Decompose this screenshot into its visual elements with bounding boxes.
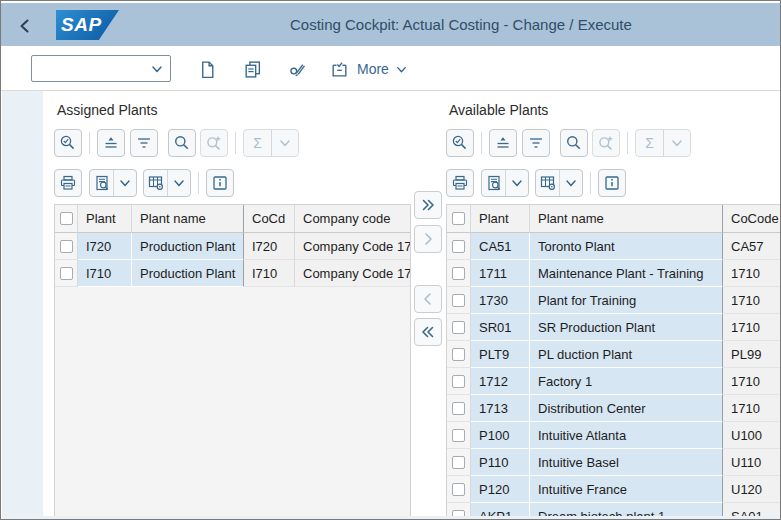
plant-name-cell[interactable]: PL duction Plant <box>530 341 723 368</box>
column-header-plant[interactable]: Plant <box>471 205 530 233</box>
details-button[interactable] <box>54 129 82 157</box>
sum-split-button[interactable]: Σ <box>635 129 691 157</box>
sum-split-button[interactable]: Σ <box>243 129 299 157</box>
find-next-button[interactable] <box>592 129 620 157</box>
select-all-checkbox-cell[interactable] <box>55 205 78 233</box>
add-all-button[interactable] <box>414 318 442 346</box>
plant-cell[interactable]: SR01 <box>471 314 530 341</box>
sort-ascending-button[interactable] <box>489 129 517 157</box>
display-change-button[interactable] <box>281 54 313 84</box>
row-checkbox-cell[interactable] <box>447 287 471 314</box>
row-checkbox[interactable] <box>452 348 465 361</box>
more-button[interactable]: More <box>357 54 408 84</box>
row-checkbox-cell[interactable] <box>447 422 471 449</box>
row-checkbox[interactable] <box>452 321 465 334</box>
column-header-company-code[interactable]: Company code <box>295 205 410 233</box>
find-button[interactable] <box>560 129 588 157</box>
row-checkbox-cell[interactable] <box>55 233 78 260</box>
row-checkbox-cell[interactable] <box>447 476 471 503</box>
cocode-cell[interactable]: U110 <box>723 449 781 476</box>
select-all-checkbox[interactable] <box>60 212 73 225</box>
plant-name-cell[interactable]: Maintenance Plant - Training <box>530 260 723 287</box>
print-button[interactable] <box>54 169 82 197</box>
column-header-plant-name[interactable]: Plant name <box>132 205 244 233</box>
plant-name-cell[interactable]: Intuitive Basel <box>530 449 723 476</box>
export-split-button[interactable] <box>143 169 191 197</box>
plant-cell[interactable]: 1712 <box>471 368 530 395</box>
add-selected-button[interactable] <box>414 225 442 253</box>
check-entries-button[interactable] <box>323 54 355 84</box>
row-checkbox[interactable] <box>452 456 465 469</box>
back-button[interactable] <box>13 14 37 38</box>
command-field[interactable] <box>31 55 171 82</box>
row-checkbox-cell[interactable] <box>447 368 471 395</box>
row-checkbox-cell[interactable] <box>447 395 471 422</box>
copy-button[interactable] <box>236 54 268 84</box>
cocode-cell[interactable]: PL99 <box>723 341 781 368</box>
remove-all-button[interactable] <box>414 191 442 219</box>
row-checkbox-cell[interactable] <box>447 314 471 341</box>
filter-button[interactable] <box>130 129 158 157</box>
plant-name-cell[interactable]: Toronto Plant <box>530 233 723 260</box>
row-checkbox[interactable] <box>452 267 465 280</box>
row-checkbox-cell[interactable] <box>55 260 78 287</box>
cocode-cell[interactable]: CA57 <box>723 233 781 260</box>
plant-cell[interactable]: CA51 <box>471 233 530 260</box>
row-checkbox[interactable] <box>452 375 465 388</box>
plant-name-cell[interactable]: Plant for Training <box>530 287 723 314</box>
row-checkbox[interactable] <box>452 483 465 496</box>
plant-name-cell[interactable]: Production Plant <box>132 233 244 260</box>
plant-name-cell[interactable]: Production Plant <box>132 260 244 287</box>
command-field-input[interactable] <box>34 58 146 79</box>
plant-name-cell[interactable]: SR Production Plant <box>530 314 723 341</box>
column-header-plant-name[interactable]: Plant name <box>530 205 723 233</box>
plant-name-cell[interactable]: Intuitive Atlanta <box>530 422 723 449</box>
plant-cell[interactable]: 1713 <box>471 395 530 422</box>
filter-button[interactable] <box>522 129 550 157</box>
plant-cell[interactable]: I720 <box>78 233 132 260</box>
find-next-button[interactable] <box>200 129 228 157</box>
cocode-cell[interactable]: U100 <box>723 422 781 449</box>
remove-selected-button[interactable] <box>414 285 442 313</box>
cocode-cell[interactable]: U120 <box>723 476 781 503</box>
cocode-cell[interactable]: 1710 <box>723 368 781 395</box>
cocode-cell[interactable]: 1710 <box>723 395 781 422</box>
row-checkbox[interactable] <box>452 402 465 415</box>
export-split-button[interactable] <box>535 169 583 197</box>
find-button[interactable] <box>168 129 196 157</box>
plant-cell[interactable]: PLT9 <box>471 341 530 368</box>
column-header-plant[interactable]: Plant <box>78 205 132 233</box>
row-checkbox[interactable] <box>452 240 465 253</box>
row-checkbox-cell[interactable] <box>447 233 471 260</box>
details-button[interactable] <box>446 129 474 157</box>
create-button[interactable] <box>191 54 223 84</box>
select-all-checkbox[interactable] <box>452 212 465 225</box>
plant-cell[interactable]: 1730 <box>471 287 530 314</box>
info-button[interactable] <box>598 169 626 197</box>
row-checkbox-cell[interactable] <box>447 341 471 368</box>
row-checkbox[interactable] <box>452 294 465 307</box>
column-header-cocd[interactable]: CoCd <box>244 205 295 233</box>
print-button[interactable] <box>446 169 474 197</box>
plant-name-cell[interactable]: Distribution Center <box>530 395 723 422</box>
cocode-cell[interactable]: 1710 <box>723 287 781 314</box>
row-checkbox[interactable] <box>452 429 465 442</box>
cocd-cell[interactable]: I710 <box>244 260 295 287</box>
views-split-button[interactable] <box>89 169 137 197</box>
plant-cell[interactable]: 1711 <box>471 260 530 287</box>
row-checkbox-cell[interactable] <box>447 260 471 287</box>
plant-cell[interactable]: P110 <box>471 449 530 476</box>
plant-cell[interactable]: P100 <box>471 422 530 449</box>
plant-cell[interactable]: P120 <box>471 476 530 503</box>
select-all-checkbox-cell[interactable] <box>447 205 471 233</box>
cocd-cell[interactable]: I720 <box>244 233 295 260</box>
plant-cell[interactable]: I710 <box>78 260 132 287</box>
plant-name-cell[interactable]: Intuitive France <box>530 476 723 503</box>
column-header-cocode[interactable]: CoCode <box>723 205 781 233</box>
row-checkbox[interactable] <box>60 267 73 280</box>
row-checkbox-cell[interactable] <box>447 449 471 476</box>
views-split-button[interactable] <box>481 169 529 197</box>
cocode-cell[interactable]: 1710 <box>723 314 781 341</box>
cocode-cell[interactable]: 1710 <box>723 260 781 287</box>
row-checkbox[interactable] <box>60 240 73 253</box>
